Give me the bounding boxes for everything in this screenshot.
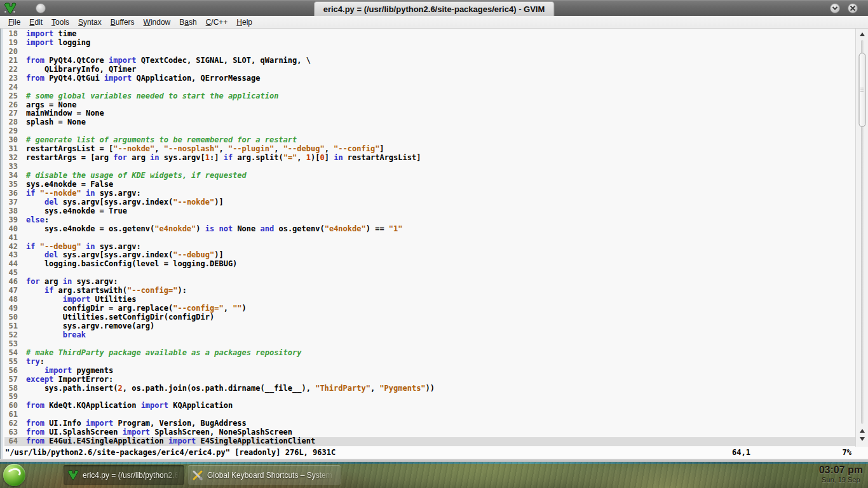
menu-window[interactable]: Window [139,17,175,28]
menu-buffers[interactable]: Buffers [106,17,139,28]
code-line-50[interactable]: 50 Utilities.setConfigDir(configDir) [4,313,855,322]
line-text: sys.path.insert(2, os.path.join(os.path.… [26,384,435,393]
taskbar-task-1[interactable]: eric4.py = (/usr/lib/python2.6/site-pac [64,465,184,485]
code-line-43[interactable]: 43 del sys.argv[sys.argv.index("--debug"… [4,251,855,260]
code-line-34[interactable]: 34# disable the usage of KDE widgets, if… [4,172,855,180]
line-number: 30 [4,136,18,145]
line-number: 20 [4,48,18,57]
titlebar-pin-button[interactable] [36,3,46,13]
menu-help[interactable]: Help [232,17,257,28]
menu-syntax[interactable]: Syntax [74,17,106,28]
code-line-33[interactable]: 33 [4,163,855,172]
line-text: else: [26,215,49,224]
vim-statusline: "/usr/lib/python2.6/site-packages/eric4/… [0,447,868,459]
code-line-62[interactable]: 62from UI.Info import Program, Version, … [4,419,855,428]
line-text: Utilities.setConfigDir(configDir) [26,313,214,322]
code-line-51[interactable]: 51 sys.argv.remove(arg) [4,322,855,331]
line-text: # disable the usage of KDE widgets, if r… [26,171,247,180]
menu-edit[interactable]: Edit [25,17,47,28]
menu-file[interactable]: File [4,17,25,28]
task-label: Global Keyboard Shortcuts – System Se [207,471,337,480]
line-number: 64 [4,437,18,446]
line-number: 49 [4,304,18,313]
code-line-47[interactable]: 47 if arg.startswith("--config="): [4,287,855,295]
statusline-file-info: "/usr/lib/python2.6/site-packages/eric4/… [5,448,336,457]
line-number: 32 [4,154,18,163]
window-titlebar[interactable]: eric4.py = (/usr/lib/python2.6/site-pack… [0,0,868,16]
code-line-36[interactable]: 36if "--nokde" in sys.argv: [4,189,855,198]
line-text: splash = None [26,118,86,126]
code-line-38[interactable]: 38 sys.e4nokde = True [4,207,855,216]
scroll-down-icon[interactable] [860,437,865,441]
code-line-42[interactable]: 42if "--debug" in sys.argv: [4,243,855,252]
code-line-31[interactable]: 31restartArgsList = ["--nokde", "--nospl… [4,145,855,154]
code-line-30[interactable]: 30# generate list of arguments to be rem… [4,136,855,145]
line-number: 23 [4,74,18,83]
line-number: 58 [4,384,18,393]
code-line-35[interactable]: 35sys.e4nokde = False [4,180,855,189]
code-line-23[interactable]: 23from PyQt4.QtGui import QApplication, … [4,74,855,83]
code-line-53[interactable]: 53 [4,340,855,349]
code-line-22[interactable]: 22 QLibraryInfo, QTimer [4,65,855,74]
code-line-56[interactable]: 56 import pygments [4,367,855,376]
code-line-32[interactable]: 32restartArgs = [arg for arg in sys.argv… [4,154,855,163]
scrollbar-thumb[interactable] [858,53,865,127]
line-number: 34 [4,172,18,180]
line-number: 63 [4,428,18,437]
vertical-scrollbar[interactable] [855,29,868,447]
gvim-icon [4,3,17,15]
code-line-44[interactable]: 44 logging.basicConfig(level = logging.D… [4,260,855,269]
line-number: 39 [4,216,18,225]
code-line-41[interactable]: 41 [4,234,855,243]
code-line-20[interactable]: 20 [4,48,855,57]
code-line-54[interactable]: 54# make ThirdParty package available as… [4,349,855,358]
code-line-18[interactable]: 18import time [4,30,855,39]
code-line-19[interactable]: 19import logging [4,39,855,48]
line-number: 47 [4,287,18,295]
opensuse-launcher-button[interactable] [3,464,25,486]
code-line-55[interactable]: 55try: [4,358,855,367]
code-line-24[interactable]: 24 [4,83,855,92]
menu-tools[interactable]: Tools [47,17,74,28]
code-line-59[interactable]: 59 [4,393,855,402]
code-line-29[interactable]: 29 [4,127,855,136]
code-line-21[interactable]: 21from PyQt4.QtCore import QTextCodec, S… [4,57,855,65]
code-line-26[interactable]: 26args = None [4,101,855,110]
code-line-37[interactable]: 37 del sys.argv[sys.argv.index("--nokde"… [4,198,855,207]
editor-area[interactable]: 18import time19import logging2021from Py… [0,29,855,447]
window-title: eric4.py = (/usr/lib/python2.6/site-pack… [323,4,545,14]
code-line-49[interactable]: 49 configDir = arg.replace("--config=", … [4,304,855,313]
scroll-up-icon[interactable] [860,32,865,36]
taskbar-task-2[interactable]: Global Keyboard Shortcuts – System Se [188,465,341,485]
code-line-48[interactable]: 48 import Utilities [4,295,855,304]
code-line-58[interactable]: 58 sys.path.insert(2, os.path.join(os.pa… [4,384,855,393]
code-line-60[interactable]: 60from KdeQt.KQApplication import KQAppl… [4,402,855,410]
line-number: 54 [4,349,18,358]
line-text: # make ThirdParty package available as a… [26,348,301,357]
line-number: 44 [4,260,18,269]
line-number: 61 [4,410,18,419]
line-number: 22 [4,65,18,74]
panel-clock[interactable]: 03:07 pm Sun, 19 Sep [819,464,863,484]
menu-c-c-[interactable]: C/C++ [201,17,233,28]
code-line-39[interactable]: 39else: [4,216,855,225]
code-line-25[interactable]: 25# some global variables needed to star… [4,92,855,101]
scroll-up-icon-bottom[interactable] [860,429,865,433]
code-line-45[interactable]: 45 [4,269,855,278]
close-button[interactable] [848,3,858,13]
taskbar-panel: eric4.py = (/usr/lib/python2.6/site-pacG… [0,462,868,488]
code-line-27[interactable]: 27mainWindow = None [4,109,855,118]
menu-bash[interactable]: Bash [175,17,201,28]
line-number: 26 [4,101,18,110]
code-line-57[interactable]: 57except ImportError: [4,376,855,384]
code-line-40[interactable]: 40 sys.e4nokde = os.getenv("e4nokde") is… [4,225,855,234]
code-line-46[interactable]: 46for arg in sys.argv: [4,278,855,287]
code-line-64[interactable]: 64from E4Gui.E4SingleApplication import … [4,437,855,446]
code-line-28[interactable]: 28splash = None [4,118,855,127]
line-number: 55 [4,358,18,367]
opensuse-gecko-icon [6,467,22,480]
code-line-61[interactable]: 61 [4,410,855,419]
shade-button[interactable] [830,3,840,13]
code-line-52[interactable]: 52 break [4,331,855,340]
code-line-63[interactable]: 63from UI.SplashScreen import SplashScre… [4,428,855,437]
